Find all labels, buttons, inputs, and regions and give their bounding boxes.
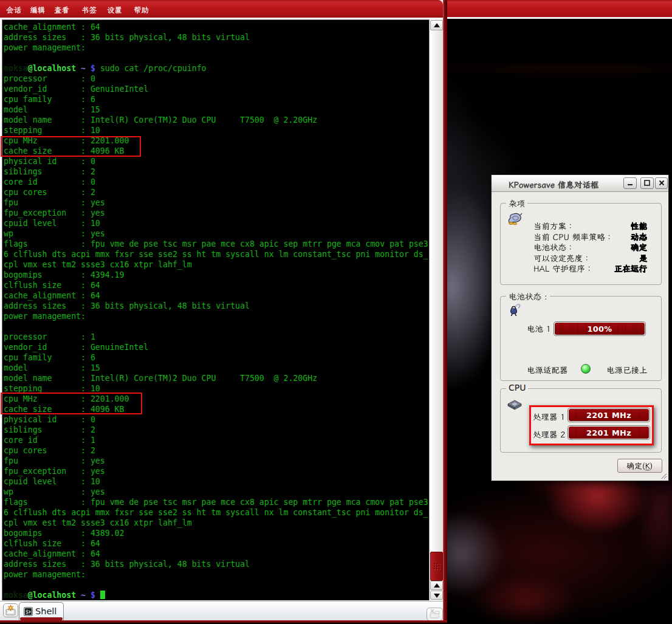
terminal-line: fpu : yes <box>4 456 428 466</box>
terminal-line: model name : Intel(R) Core(TM)2 Duo CPU … <box>4 373 428 383</box>
processor2-value: 2201 MHz <box>568 426 650 439</box>
tab-shell-label: Shell <box>35 606 57 616</box>
close-session-button[interactable] <box>427 608 443 621</box>
processor1-bar: 2201 MHz <box>567 408 650 422</box>
terminal-line: cpu family : 6 <box>4 94 428 105</box>
misc-row-value-cpufreq <box>631 231 647 242</box>
highlight-rect-cpu1-mhz <box>1 393 142 414</box>
terminal-line: processor : 1 <box>4 332 428 342</box>
terminal-line: model name : Intel(R) Core(TM)2 Duo CPU … <box>4 115 428 125</box>
terminal-line: cpl vmx est tm2 ssse3 cx16 xtpr lahf_lm <box>4 518 428 528</box>
highlight-rect-cpu0-mhz <box>1 136 141 157</box>
terminal-line <box>4 321 428 332</box>
terminal-line: cpl vmx est tm2 ssse3 cx16 xtpr lahf_lm <box>4 259 428 270</box>
kpowersave-icon <box>507 211 523 225</box>
terminal-line: cpu cores : 2 <box>4 445 428 456</box>
terminal-line: moksa@localhost ~ $ sudo cat /proc/cpuin… <box>4 63 428 74</box>
konsole-window-frame: cache_alignment : 64address sizes : 36 b… <box>0 0 444 620</box>
terminal-line: 6 clflush dts acpi mmx fxsr sse sse2 ss … <box>4 249 428 259</box>
svg-text:$: $ <box>26 609 29 615</box>
terminal-line: core id : 0 <box>4 177 428 187</box>
ok-button[interactable] <box>617 459 662 473</box>
close-icon <box>658 179 665 187</box>
scrollbar-up-button-2[interactable] <box>430 581 443 590</box>
terminal-line: cache_alignment : 64 <box>4 22 428 32</box>
terminal-line: cache_alignment : 64 <box>4 549 428 559</box>
terminal-line: moksa@localhost ~ $ <box>4 590 428 600</box>
maximize-button[interactable] <box>640 177 654 189</box>
terminal-line: power management: <box>4 311 428 321</box>
misc-row-label-battery <box>533 242 575 253</box>
ok-button-label <box>626 461 653 471</box>
terminal-line <box>4 53 428 63</box>
close-button[interactable] <box>655 177 668 189</box>
terminal-line: siblings : 2 <box>4 166 428 177</box>
terminal-line: flags : fpu vme de pse tsc msr pae mce c… <box>4 497 428 507</box>
terminal-scrollbar[interactable] <box>429 19 443 600</box>
terminal-line: 6 clflush dts acpi mmx fxsr sse sse2 ss … <box>4 507 428 518</box>
scrollbar-down-button[interactable] <box>430 591 443 600</box>
misc-row-label-scheme <box>533 221 575 231</box>
terminal-line: bogomips : 4389.02 <box>4 528 428 538</box>
terminal-line: model : 15 <box>4 105 428 115</box>
power-plug-icon <box>507 303 522 317</box>
terminal-line: cpu family : 6 <box>4 352 428 363</box>
terminal-line: physical id : 0 <box>4 414 428 425</box>
misc-row-value-scheme <box>631 221 647 231</box>
battery-progressbar: 100% <box>554 321 646 336</box>
menu-edit[interactable] <box>30 5 45 15</box>
terminal-line: flags : fpu vme de pse tsc msr pae mce c… <box>4 239 428 249</box>
battery-label <box>527 323 551 334</box>
up-arrow-icon <box>434 583 440 588</box>
misc-row-label-brightness <box>533 253 591 264</box>
terminal-line: bogomips : 4394.19 <box>4 270 428 280</box>
scrollbar-thumb[interactable] <box>430 552 443 581</box>
terminal-view[interactable]: cache_alignment : 64address sizes : 36 b… <box>2 19 429 600</box>
close-session-icon <box>427 608 442 620</box>
window-border-right <box>443 0 447 623</box>
misc-row-value-brightness <box>639 253 648 264</box>
minimize-button[interactable] <box>623 177 637 189</box>
terminal-line: address sizes : 36 bits physical, 48 bit… <box>4 301 428 311</box>
terminal-line: fpu_exception : yes <box>4 466 428 476</box>
terminal-cursor <box>100 591 105 599</box>
processor2-label <box>533 429 565 440</box>
menu-view[interactable] <box>54 5 69 15</box>
terminal-line: clflush size : 64 <box>4 280 428 290</box>
menu-bookmarks[interactable] <box>81 5 97 15</box>
konsole-window: cache_alignment : 64address sizes : 36 b… <box>0 0 447 624</box>
kpowersave-dialog: 100% CPU 2201 MHz 2201 MHz <box>491 174 669 481</box>
terminal-line: address sizes : 36 bits physical, 48 bit… <box>4 32 428 43</box>
misc-row-label-cpufreq <box>533 231 613 242</box>
scrollbar-up-button[interactable] <box>430 20 443 30</box>
background-window-menubar <box>447 0 672 17</box>
processor1-value: 2201 MHz <box>568 408 650 422</box>
resize-grip[interactable] <box>659 471 667 479</box>
processor2-bar: 2201 MHz <box>567 425 650 440</box>
up-arrow-icon <box>434 23 440 27</box>
menu-help[interactable] <box>134 5 149 15</box>
dialog-titlebar[interactable] <box>492 175 668 192</box>
terminal-line: siblings : 2 <box>4 425 428 435</box>
terminal-line: address sizes : 36 bits physical, 48 bit… <box>4 559 428 569</box>
terminal-line: vendor_id : GenuineIntel <box>4 84 428 94</box>
terminal-line: model : 15 <box>4 363 428 373</box>
terminal-line: fpu_exception : yes <box>4 208 428 218</box>
adapter-status <box>606 365 648 375</box>
down-arrow-icon <box>434 594 440 598</box>
misc-groupbox-title <box>506 198 527 209</box>
tab-shell[interactable]: $ Shell <box>19 602 64 621</box>
menu-settings[interactable] <box>107 5 122 15</box>
terminal-line: clflush size : 64 <box>4 538 428 549</box>
terminal-line: power management: <box>4 569 428 580</box>
terminal-line: physical id : 0 <box>4 156 428 166</box>
new-session-button[interactable] <box>3 603 18 617</box>
konsole-menubar <box>0 0 443 18</box>
terminal-line: cache_alignment : 64 <box>4 290 428 301</box>
terminal-line: cpu cores : 2 <box>4 187 428 197</box>
terminal-line: stepping : 10 <box>4 125 428 135</box>
terminal-line <box>4 580 428 590</box>
terminal-line: processor : 0 <box>4 74 428 84</box>
adapter-led-icon <box>581 364 591 374</box>
menu-session[interactable] <box>6 5 21 15</box>
